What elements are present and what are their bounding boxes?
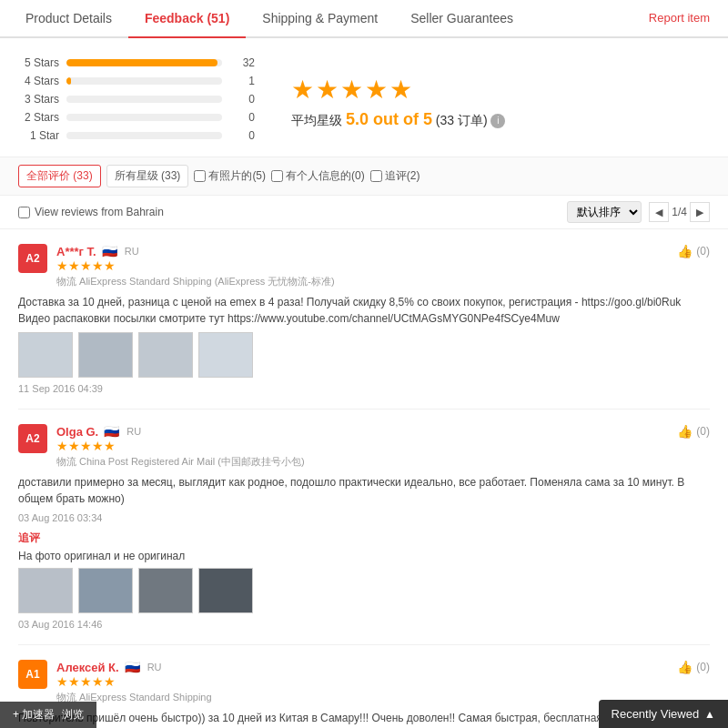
like-count: (0) <box>696 425 710 438</box>
shipping-info: 物流 AliExpress Standard Shipping <box>56 691 668 704</box>
reviewer-name: Olga G. <box>56 425 98 439</box>
filter-photo-checkbox[interactable] <box>194 170 206 182</box>
avatar: A2 <box>18 244 47 273</box>
sort-select[interactable]: 默认排序 <box>567 201 642 223</box>
review-images <box>18 332 710 378</box>
filter-followup-checkbox[interactable] <box>370 170 382 182</box>
four-star-bar-fill <box>66 77 71 85</box>
bahrain-checkbox[interactable] <box>18 207 30 218</box>
four-star-bar-bg <box>66 77 222 85</box>
followup-text: На фото оригинал и не оригинал <box>18 550 710 562</box>
next-page-btn[interactable]: ▶ <box>690 202 710 222</box>
bahrain-bar: View reviews from Bahrain 默认排序 ◀ 1/4 ▶ <box>0 196 728 229</box>
four-star-count: 1 <box>229 75 255 87</box>
five-star-label: 5 Stars <box>18 56 59 69</box>
avg-orders: (33 订单) <box>436 113 488 127</box>
like-button[interactable]: 👍 (0) <box>677 660 710 674</box>
one-star-bar-bg <box>66 132 222 139</box>
reviewer-name: A***г Т. <box>56 245 96 258</box>
two-star-bar-bg <box>66 114 222 121</box>
like-count: (0) <box>696 661 710 673</box>
review-image[interactable] <box>78 332 133 378</box>
tab-product-details[interactable]: Product Details <box>9 0 128 36</box>
one-star-label: 1 Star <box>18 129 59 142</box>
filter-followup-wrapper: 追评(2) <box>370 168 420 184</box>
followup-image[interactable] <box>198 568 253 613</box>
recently-viewed-arrow: ▲ <box>704 708 715 721</box>
review-stars: ★★★★★ <box>56 674 668 689</box>
followup-date: 03 Aug 2016 14:46 <box>18 619 710 630</box>
review-stars: ★★★★★ <box>56 439 668 453</box>
three-star-bar-bg <box>66 96 222 103</box>
review-header: A2 A***г Т. 🇷🇺 RU ★★★★★ 物流 AliExpress St… <box>18 244 710 288</box>
filter-followup-label: 追评(2) <box>385 168 420 184</box>
reviewer-name: Алексей К. <box>56 661 119 674</box>
filter-personal-checkbox[interactable] <box>271 170 283 182</box>
tab-shipping-payment[interactable]: Shipping & Payment <box>246 0 394 36</box>
reviews-list: A2 A***г Т. 🇷🇺 RU ★★★★★ 物流 AliExpress St… <box>0 229 728 728</box>
five-star-bar-bg <box>66 59 222 66</box>
shipping-info: 物流 China Post Registered Air Mail (中国邮政挂… <box>56 455 668 469</box>
two-star-count: 0 <box>229 111 255 124</box>
like-button[interactable]: 👍 (0) <box>677 244 710 258</box>
country-label: RU <box>125 246 139 257</box>
star-bars: 5 Stars 32 4 Stars 1 3 Stars 0 2 Stars <box>18 56 255 147</box>
three-star-count: 0 <box>229 93 255 106</box>
followup-image[interactable] <box>78 568 133 613</box>
rating-summary: ★★★★★ 平均星级 5.0 out of 5 (33 订单) i <box>282 56 505 147</box>
review-date: 11 Sep 2016 04:39 <box>18 383 710 394</box>
flag-icon: 🇷🇺 <box>104 424 119 439</box>
review-image[interactable] <box>198 332 253 378</box>
toolbar-browse[interactable]: 浏览 <box>62 707 84 723</box>
prev-page-btn[interactable]: ◀ <box>649 202 669 222</box>
like-count: (0) <box>696 245 710 258</box>
two-star-label: 2 Stars <box>18 111 59 124</box>
review-image[interactable] <box>138 332 193 378</box>
avg-label: 平均星级 <box>291 113 342 127</box>
five-star-count: 32 <box>229 56 255 69</box>
five-star-bar-fill <box>66 59 217 66</box>
avg-text: 平均星级 5.0 out of 5 (33 订单) i <box>291 110 505 129</box>
three-star-label: 3 Stars <box>18 93 59 106</box>
toolbar-add-accelerator[interactable]: + 加速器 <box>13 707 55 723</box>
followup-image[interactable] <box>18 568 73 613</box>
info-icon[interactable]: i <box>490 114 505 128</box>
thumbs-up-icon: 👍 <box>677 424 693 439</box>
filter-personal-label: 有个人信息的(0) <box>286 168 365 184</box>
float-toolbar: + 加速器 浏览 <box>0 702 96 728</box>
report-item-link[interactable]: Report item <box>640 0 719 36</box>
flag-icon: 🇷🇺 <box>125 660 140 674</box>
bahrain-left: View reviews from Bahrain <box>18 206 164 218</box>
avatar: A1 <box>18 660 47 689</box>
avg-score: 5.0 out of 5 <box>346 110 432 128</box>
review-body: доставили примерно за месяц, выглядит ка… <box>18 474 710 507</box>
review-item: A2 A***г Т. 🇷🇺 RU ★★★★★ 物流 AliExpress St… <box>18 229 710 410</box>
filter-personal-wrapper: 有个人信息的(0) <box>271 168 365 184</box>
filter-all[interactable]: 全部评价 (33) <box>18 165 101 187</box>
review-image[interactable] <box>18 332 73 378</box>
avatar: A2 <box>18 424 47 453</box>
thumbs-up-icon: 👍 <box>677 244 693 258</box>
tab-seller-guarantees[interactable]: Seller Guarantees <box>394 0 530 36</box>
country-label: RU <box>126 426 141 437</box>
bahrain-label: View reviews from Bahrain <box>35 206 164 218</box>
like-button[interactable]: 👍 (0) <box>677 424 710 439</box>
shipping-info: 物流 AliExpress Standard Shipping (AliExpr… <box>56 275 668 288</box>
followup-image[interactable] <box>138 568 193 613</box>
filter-bar: 全部评价 (33) 所有星级 (33) 有照片的(5) 有个人信息的(0) 追评… <box>0 157 728 196</box>
stars-display: ★★★★★ <box>291 75 505 105</box>
recently-viewed-bar[interactable]: Recently Viewed ▲ <box>599 700 728 728</box>
filter-all-stars[interactable]: 所有星级 (33) <box>106 165 189 187</box>
one-star-count: 0 <box>229 129 255 142</box>
review-header: A1 Алексей К. 🇷🇺 RU ★★★★★ 物流 AliExpress … <box>18 660 710 704</box>
bahrain-right: 默认排序 ◀ 1/4 ▶ <box>567 201 710 223</box>
tab-feedback[interactable]: Feedback (51) <box>128 0 246 38</box>
country-label: RU <box>147 662 162 672</box>
review-meta: Алексей К. 🇷🇺 RU ★★★★★ 物流 AliExpress Sta… <box>56 660 668 704</box>
filter-photo-wrapper: 有照片的(5) <box>194 168 266 184</box>
page-info: 1/4 <box>672 206 687 218</box>
recently-viewed-label: Recently Viewed <box>612 707 700 721</box>
followup-label: 追评 <box>18 531 710 546</box>
review-item: A2 Olga G. 🇷🇺 RU ★★★★★ 物流 China Post Reg… <box>18 410 710 645</box>
thumbs-up-icon: 👍 <box>677 660 693 674</box>
